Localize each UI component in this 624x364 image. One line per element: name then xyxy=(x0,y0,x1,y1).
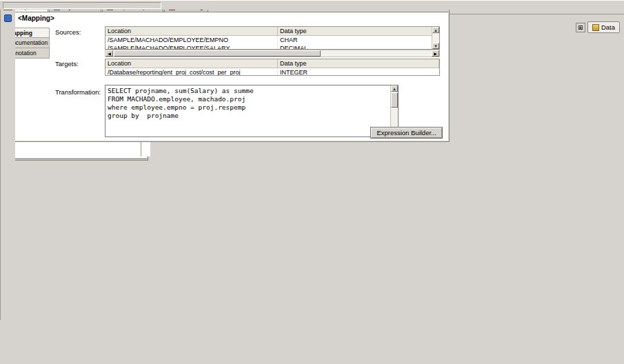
sources-horizontal-scrollbar[interactable]: ◀ ▶ xyxy=(105,50,440,57)
scrollbar-thumb[interactable] xyxy=(114,50,321,57)
data-perspective-icon xyxy=(592,24,599,31)
sources-table-header: Location Data type xyxy=(105,27,439,36)
sources-table: Location Data type /SAMPLE/MACHADO/EMPLO… xyxy=(105,26,440,50)
cell-datatype: INTEGER xyxy=(278,68,439,76)
table-row[interactable]: /SAMPLE/MACHADO/EMPLOYEE/SALARYDECIMAL xyxy=(105,44,439,50)
sources-label: Sources: xyxy=(55,28,81,36)
datatype-column-header[interactable]: Data type xyxy=(278,59,439,68)
cell-location: /Database/reporting/ent_proj_cost/cost_p… xyxy=(105,68,278,76)
targets-table: Location Data type /Database/reporting/e… xyxy=(105,59,440,76)
properties-view: PropertiesSQL ResultsReport ExplorerErro… xyxy=(0,0,450,142)
targets-table-header: Location Data type xyxy=(105,59,439,68)
targets-rows: /Database/reporting/ent_proj_cost/cost_p… xyxy=(105,68,439,76)
outline-fast-view-icon[interactable] xyxy=(4,14,12,22)
scroll-up-icon[interactable]: ▲ xyxy=(432,27,439,33)
perspective-data-button[interactable]: Data xyxy=(587,21,620,33)
expression-builder-button[interactable]: Expression Builder... xyxy=(370,127,443,139)
scroll-up-icon[interactable]: ▲ xyxy=(391,85,398,92)
properties-content: <Mapping> MappingDocumentationAnnotation… xyxy=(1,12,448,141)
cell-datatype: CHAR xyxy=(278,36,439,44)
cell-location: /SAMPLE/MACHADO/EMPLOYEE/SALARY xyxy=(105,44,278,50)
targets-label: Targets: xyxy=(55,60,79,68)
status-bar xyxy=(0,0,624,10)
location-column-header[interactable]: Location xyxy=(105,27,278,35)
cell-datatype: DECIMAL xyxy=(278,44,439,50)
status-message-area xyxy=(3,2,161,9)
perspective-switcher: Data xyxy=(576,21,620,33)
scrollbar-thumb[interactable] xyxy=(391,92,398,108)
transformation-editor[interactable]: SELECT projname, sum(Salary) as summe FR… xyxy=(105,85,399,137)
right-fast-view-bar xyxy=(0,0,15,320)
perspective-label: Data xyxy=(601,23,615,31)
sources-rows: /SAMPLE/MACHADO/EMPLOYEE/EMPNOCHAR/SAMPL… xyxy=(105,36,439,50)
scroll-down-icon[interactable]: ▼ xyxy=(432,43,439,49)
sources-table-scrollbar[interactable]: ▲ ▼ xyxy=(432,27,439,49)
table-row[interactable]: /SAMPLE/MACHADO/EMPLOYEE/EMPNOCHAR xyxy=(105,36,439,44)
mapping-heading-label: <Mapping> xyxy=(18,14,54,22)
scroll-left-icon[interactable]: ◀ xyxy=(105,50,113,57)
table-row[interactable]: /Database/reporting/ent_proj_cost/cost_p… xyxy=(105,68,439,76)
transformation-label: Transformation: xyxy=(55,88,101,96)
transformation-sql-text[interactable]: SELECT projname, sum(Salary) as summe FR… xyxy=(108,87,388,135)
datatype-column-header[interactable]: Data type xyxy=(278,27,439,35)
cell-location: /SAMPLE/MACHADO/EMPLOYEE/EMPNO xyxy=(105,36,278,44)
scroll-right-icon[interactable]: ▶ xyxy=(432,50,439,57)
location-column-header[interactable]: Location xyxy=(105,59,278,68)
open-perspective-icon[interactable] xyxy=(576,23,585,32)
